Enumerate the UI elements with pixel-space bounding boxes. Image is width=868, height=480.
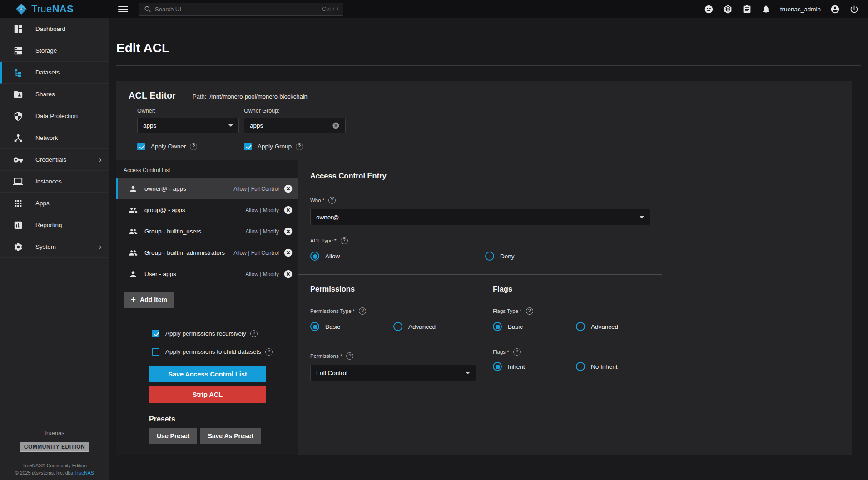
sidebar-item-storage[interactable]: Storage [0,40,109,62]
help-icon[interactable]: ? [250,330,258,337]
sidebar-item-reporting[interactable]: Reporting [0,214,109,236]
power-icon[interactable] [849,5,859,14]
remove-entry-icon[interactable] [284,248,293,257]
help-icon[interactable]: ? [359,307,366,315]
owner-group-label: Owner Group: [244,108,346,114]
apply-owner-label: Apply Owner [151,143,186,150]
owner-group-input[interactable]: apps [244,118,346,133]
page-title: Edit ACL [116,41,868,55]
flags-type-advanced-radio[interactable]: Advanced [576,322,618,331]
feedback-icon[interactable] [704,5,714,14]
sidebar-item-credentials[interactable]: Credentials › [0,149,109,171]
acl-entry-name: User - apps [144,271,176,277]
radio-label: Advanced [591,323,618,330]
save-as-preset-button[interactable]: Save As Preset [200,428,261,444]
sidebar-item-system[interactable]: System › [0,236,109,258]
sidebar-item-label: Network [35,134,58,141]
truenas-logo[interactable]: TrueNAS [0,3,109,15]
sidebar-item-instances[interactable]: Instances [0,171,109,193]
sidebar-item-network[interactable]: Network [0,127,109,149]
access-control-entry-panel: Access Control Entry Who * ? owner@ ACL … [298,160,852,455]
group-icon [129,206,138,215]
truenas-logo-icon [15,3,27,15]
help-icon[interactable]: ? [526,307,533,315]
acl-editor-card: ACL Editor Path:/mnt/monero-pool/monero-… [116,81,852,455]
brand-text: TrueNAS [31,3,74,15]
acl-entry-row[interactable]: group@ - apps Allow | Modify [116,199,298,221]
remove-entry-icon[interactable] [284,206,293,214]
radio-label: Advanced [408,323,436,330]
sidebar-item-apps[interactable]: Apps [0,193,109,214]
storage-icon [13,46,23,56]
main-content: Edit ACL ACL Editor Path:/mnt/monero-poo… [109,18,868,480]
remove-entry-icon[interactable] [284,270,293,278]
credentials-icon [13,155,23,165]
sidebar-item-label: Shares [35,91,55,98]
flags-no-inherit-radio[interactable]: No Inherit [576,362,618,371]
chevron-right-icon: › [99,242,102,252]
permissions-value: Full Control [316,370,347,376]
sidebar-item-dashboard[interactable]: Dashboard [0,18,109,40]
user-account-icon[interactable] [830,5,840,14]
menu-toggle-icon[interactable] [118,4,128,14]
add-item-button[interactable]: + Add Item [124,292,174,308]
help-icon[interactable]: ? [513,348,521,356]
radio-label: No Inherit [591,363,618,370]
help-icon[interactable]: ? [190,143,197,150]
footer-copyright: © 2025 iXsystems, Inc. dba TrueNAS [0,469,109,476]
acl-entry-row[interactable]: Group - builtin_administrators Allow | F… [116,242,298,263]
owner-select[interactable]: apps [137,118,239,133]
acl-entry-row[interactable]: Group - builtin_users Allow | Modify [116,221,298,242]
owner-group-value: apps [250,122,263,129]
help-icon[interactable]: ? [265,348,273,356]
radio-icon [493,322,502,331]
brand-true: True [31,3,52,15]
apply-owner-checkbox[interactable] [137,143,145,150]
acl-type-allow-radio[interactable]: Allow [310,252,485,261]
permissions-select[interactable]: Full Control [310,365,476,381]
acl-entry-status: Allow | Full Control [233,250,279,256]
acl-type-deny-radio[interactable]: Deny [485,252,515,261]
help-icon[interactable]: ? [346,352,353,360]
permissions-type-basic-radio[interactable]: Basic [310,322,393,331]
remove-entry-icon[interactable] [284,227,293,236]
acl-entry-status: Allow | Modify [245,228,279,235]
sidebar-item-label: System [35,243,56,250]
flags-type-basic-radio[interactable]: Basic [493,322,576,331]
help-icon[interactable]: ? [341,237,348,244]
truecommand-icon[interactable] [723,5,733,14]
truenas-link[interactable]: TrueNAS [74,470,94,475]
owner-label: Owner: [137,108,239,114]
presets-heading: Presets [149,415,298,423]
chevron-down-icon [228,124,233,127]
apply-child-datasets-checkbox[interactable] [152,348,159,356]
help-icon[interactable]: ? [296,143,303,150]
acl-entry-name: owner@ - apps [144,185,186,192]
search-input[interactable]: Search UI Ctrl + / [139,3,343,16]
acl-list-heading: Access Control List [124,167,298,173]
sidebar-item-data-protection[interactable]: Data Protection [0,105,109,127]
use-preset-button[interactable]: Use Preset [149,428,197,444]
acl-entry-row[interactable]: owner@ - apps Allow | Full Control [116,178,298,199]
copyright-text: © 2025 iXsystems, Inc. dba [15,470,74,475]
flags-inherit-radio[interactable]: Inherit [493,362,576,371]
acl-editor-heading: ACL Editor [129,90,176,101]
sidebar-item-label: Storage [35,47,57,54]
radio-label: Basic [325,323,340,330]
who-select[interactable]: owner@ [310,209,650,225]
who-label: Who * [310,198,324,203]
sidebar-item-shares[interactable]: Shares [0,84,109,105]
apply-recursively-checkbox[interactable] [152,330,159,337]
help-icon[interactable]: ? [328,197,336,204]
jobs-icon[interactable] [742,5,752,14]
sidebar-item-datasets[interactable]: Datasets [0,62,109,84]
strip-acl-button[interactable]: Strip ACL [149,386,266,403]
remove-entry-icon[interactable] [284,184,293,193]
permissions-type-advanced-radio[interactable]: Advanced [393,322,436,331]
acl-entry-row[interactable]: User - apps Allow | Modify [116,263,298,285]
group-icon [129,227,138,236]
save-acl-button[interactable]: Save Access Control List [149,366,266,382]
apply-group-checkbox[interactable] [244,143,252,150]
notifications-icon[interactable] [761,5,771,14]
clear-icon[interactable] [332,122,340,129]
